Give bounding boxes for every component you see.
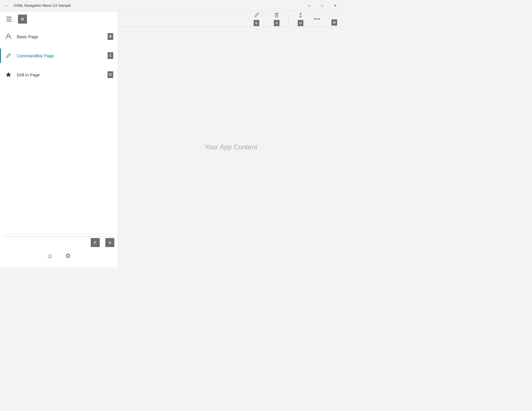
edit-icon: [4, 53, 12, 58]
footer-badge-f: F: [91, 238, 100, 247]
delete-command-icon: [274, 12, 280, 19]
sort-command-icon: [297, 12, 304, 19]
settings-button[interactable]: ⚙: [61, 249, 75, 263]
sidebar: H Basic Page B: [0, 11, 118, 267]
delete-command-badge: X: [274, 20, 279, 26]
nav-items: Basic Page B CommandBar Page C: [0, 27, 118, 234]
svg-marker-1: [6, 72, 11, 77]
sidebar-item-badge-drillin-page: D: [108, 71, 113, 78]
edit-command-badge: E: [254, 20, 259, 26]
app-content-text: Your App Content: [204, 143, 257, 151]
sidebar-header: H: [0, 11, 118, 27]
sidebar-item-basic-page[interactable]: Basic Page B: [0, 27, 118, 46]
footer-badges-row: F S: [0, 237, 118, 248]
close-icon: ✕: [334, 4, 337, 8]
emoji-button[interactable]: ☺: [43, 249, 57, 263]
m-command-badge: M: [331, 19, 337, 26]
svg-rect-2: [276, 13, 278, 17]
sidebar-item-commandbar-page[interactable]: CommandBar Page C: [0, 46, 118, 65]
avatar[interactable]: H: [18, 15, 27, 24]
sidebar-item-label-basic-page: Basic Page: [17, 34, 103, 39]
edit-command-button[interactable]: E: [247, 12, 266, 26]
hamburger-button[interactable]: [3, 13, 15, 25]
settings-icon: ⚙: [65, 252, 71, 260]
sort-command-badge: O: [298, 20, 303, 26]
minimize-button[interactable]: —: [303, 1, 316, 10]
sidebar-item-drillin-page[interactable]: Drill In Page D: [0, 65, 118, 84]
sidebar-item-badge-basic-page: B: [108, 33, 113, 40]
back-button[interactable]: ←: [2, 1, 11, 10]
sidebar-item-badge-commandbar-page: C: [108, 52, 113, 59]
overflow-command-button[interactable]: [311, 13, 322, 25]
commandbar-separator: [288, 14, 289, 24]
sidebar-footer: F S ☺ ⚙: [0, 234, 118, 267]
emoji-icon: ☺: [47, 252, 53, 260]
close-button[interactable]: ✕: [329, 1, 342, 10]
hamburger-line-2: [6, 19, 12, 19]
delete-command-button[interactable]: X: [267, 12, 286, 26]
titlebar: ← XAML Navigation Menu C# Sample — □ ✕: [0, 0, 344, 11]
content-area: E X: [118, 11, 344, 267]
titlebar-title: XAML Navigation Menu C# Sample: [11, 3, 303, 8]
sidebar-item-label-commandbar-page: CommandBar Page: [17, 53, 103, 58]
sort-command-button[interactable]: O: [291, 12, 310, 26]
star-icon: [4, 72, 12, 78]
person-icon: [4, 33, 12, 40]
m-command-button[interactable]: M: [327, 12, 342, 26]
svg-point-0: [7, 34, 10, 37]
app-container: H Basic Page B: [0, 11, 344, 267]
footer-badge-s: S: [105, 238, 114, 247]
titlebar-controls: — □ ✕: [303, 1, 342, 10]
minimize-icon: —: [308, 4, 311, 8]
maximize-button[interactable]: □: [316, 1, 329, 10]
commandbar: E X: [118, 11, 344, 27]
maximize-icon: □: [321, 4, 323, 8]
sidebar-item-label-drillin-page: Drill In Page: [17, 72, 103, 77]
hamburger-line-1: [6, 17, 12, 17]
back-icon: ←: [4, 3, 9, 8]
hamburger-line-3: [6, 21, 12, 21]
edit-command-icon: [253, 12, 260, 19]
overflow-icon: [314, 18, 320, 20]
app-content: Your App Content: [118, 27, 344, 267]
